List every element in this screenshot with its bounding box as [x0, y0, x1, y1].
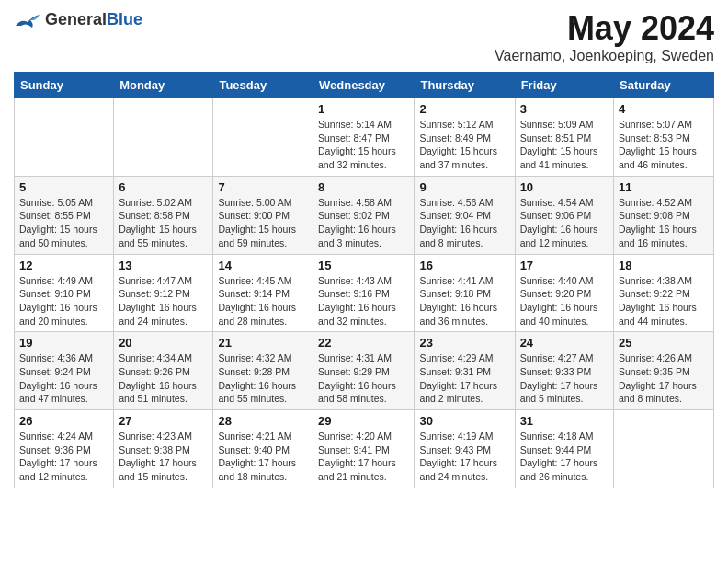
calendar-cell: 21Sunrise: 4:32 AM Sunset: 9:28 PM Dayli… — [213, 332, 313, 410]
day-info: Sunrise: 4:41 AM Sunset: 9:18 PM Dayligh… — [419, 274, 509, 328]
calendar-cell: 29Sunrise: 4:20 AM Sunset: 9:41 PM Dayli… — [313, 410, 415, 488]
day-info: Sunrise: 4:31 AM Sunset: 9:29 PM Dayligh… — [318, 351, 409, 406]
weekday-header-friday: Friday — [515, 73, 613, 98]
day-info: Sunrise: 4:32 AM Sunset: 9:28 PM Dayligh… — [218, 351, 308, 406]
day-number: 25 — [619, 336, 709, 350]
location-subtitle: Vaernamo, Joenkoeping, Sweden — [495, 48, 714, 64]
week-row-3: 12Sunrise: 4:49 AM Sunset: 9:10 PM Dayli… — [15, 254, 714, 332]
day-info: Sunrise: 4:29 AM Sunset: 9:31 PM Dayligh… — [419, 351, 509, 406]
calendar-cell: 7Sunrise: 5:00 AM Sunset: 9:00 PM Daylig… — [213, 176, 313, 254]
day-info: Sunrise: 5:09 AM Sunset: 8:51 PM Dayligh… — [520, 118, 609, 172]
day-number: 22 — [318, 336, 409, 350]
day-number: 10 — [520, 180, 609, 194]
weekday-header-sunday: Sunday — [15, 73, 114, 98]
calendar-cell: 3Sunrise: 5:09 AM Sunset: 8:51 PM Daylig… — [515, 98, 613, 177]
calendar-cell: 26Sunrise: 4:24 AM Sunset: 9:36 PM Dayli… — [15, 410, 114, 488]
day-number: 11 — [619, 180, 709, 194]
day-number: 20 — [119, 336, 208, 350]
week-row-5: 26Sunrise: 4:24 AM Sunset: 9:36 PM Dayli… — [15, 410, 714, 488]
calendar-cell: 18Sunrise: 4:38 AM Sunset: 9:22 PM Dayli… — [614, 254, 714, 332]
day-number: 24 — [520, 336, 609, 350]
day-number: 1 — [318, 102, 409, 116]
week-row-4: 19Sunrise: 4:36 AM Sunset: 9:24 PM Dayli… — [15, 332, 714, 410]
day-number: 30 — [419, 414, 509, 428]
day-info: Sunrise: 4:38 AM Sunset: 9:22 PM Dayligh… — [619, 274, 709, 328]
day-info: Sunrise: 4:21 AM Sunset: 9:40 PM Dayligh… — [218, 430, 308, 484]
day-info: Sunrise: 4:47 AM Sunset: 9:12 PM Dayligh… — [119, 274, 208, 328]
calendar-cell — [15, 98, 114, 177]
day-info: Sunrise: 4:52 AM Sunset: 9:08 PM Dayligh… — [619, 196, 709, 250]
day-number: 5 — [19, 180, 108, 194]
day-info: Sunrise: 4:45 AM Sunset: 9:14 PM Dayligh… — [218, 274, 308, 328]
day-info: Sunrise: 4:56 AM Sunset: 9:04 PM Dayligh… — [419, 196, 509, 250]
calendar-cell: 13Sunrise: 4:47 AM Sunset: 9:12 PM Dayli… — [114, 254, 213, 332]
calendar-cell: 20Sunrise: 4:34 AM Sunset: 9:26 PM Dayli… — [114, 332, 213, 410]
weekday-header-row: SundayMondayTuesdayWednesdayThursdayFrid… — [15, 73, 714, 98]
day-info: Sunrise: 4:54 AM Sunset: 9:06 PM Dayligh… — [520, 196, 609, 250]
calendar-cell: 1Sunrise: 5:14 AM Sunset: 8:47 PM Daylig… — [313, 98, 415, 177]
day-number: 19 — [19, 336, 108, 350]
calendar-cell: 25Sunrise: 4:26 AM Sunset: 9:35 PM Dayli… — [614, 332, 714, 410]
calendar-cell: 14Sunrise: 4:45 AM Sunset: 9:14 PM Dayli… — [213, 254, 313, 332]
weekday-header-wednesday: Wednesday — [313, 73, 415, 98]
calendar-cell: 31Sunrise: 4:18 AM Sunset: 9:44 PM Dayli… — [515, 410, 613, 488]
day-info: Sunrise: 4:20 AM Sunset: 9:41 PM Dayligh… — [318, 430, 409, 484]
day-info: Sunrise: 4:19 AM Sunset: 9:43 PM Dayligh… — [419, 430, 509, 484]
day-number: 27 — [119, 414, 208, 428]
day-number: 17 — [520, 259, 609, 272]
day-number: 6 — [119, 180, 208, 194]
weekday-header-tuesday: Tuesday — [213, 73, 313, 98]
day-number: 8 — [318, 180, 409, 194]
day-info: Sunrise: 4:58 AM Sunset: 9:02 PM Dayligh… — [318, 196, 409, 250]
day-number: 2 — [419, 102, 509, 116]
day-number: 16 — [419, 259, 509, 272]
calendar-cell — [614, 410, 714, 488]
day-number: 3 — [520, 102, 609, 116]
day-info: Sunrise: 5:07 AM Sunset: 8:53 PM Dayligh… — [619, 118, 709, 172]
day-info: Sunrise: 4:24 AM Sunset: 9:36 PM Dayligh… — [19, 430, 108, 484]
day-number: 12 — [19, 259, 108, 272]
weekday-header-saturday: Saturday — [614, 73, 714, 98]
day-info: Sunrise: 4:40 AM Sunset: 9:20 PM Dayligh… — [520, 274, 609, 328]
day-info: Sunrise: 5:12 AM Sunset: 8:49 PM Dayligh… — [419, 118, 509, 172]
calendar-cell: 9Sunrise: 4:56 AM Sunset: 9:04 PM Daylig… — [415, 176, 515, 254]
calendar-cell — [213, 98, 313, 177]
day-number: 18 — [619, 259, 709, 272]
day-info: Sunrise: 4:49 AM Sunset: 9:10 PM Dayligh… — [19, 274, 108, 328]
day-number: 14 — [218, 259, 308, 272]
day-number: 23 — [419, 336, 509, 350]
calendar-cell: 8Sunrise: 4:58 AM Sunset: 9:02 PM Daylig… — [313, 176, 415, 254]
calendar-cell: 19Sunrise: 4:36 AM Sunset: 9:24 PM Dayli… — [15, 332, 114, 410]
calendar-cell: 2Sunrise: 5:12 AM Sunset: 8:49 PM Daylig… — [415, 98, 515, 177]
calendar-cell: 16Sunrise: 4:41 AM Sunset: 9:18 PM Dayli… — [415, 254, 515, 332]
calendar-cell: 15Sunrise: 4:43 AM Sunset: 9:16 PM Dayli… — [313, 254, 415, 332]
day-number: 13 — [119, 259, 208, 272]
day-info: Sunrise: 4:26 AM Sunset: 9:35 PM Dayligh… — [619, 351, 709, 406]
day-number: 21 — [218, 336, 308, 350]
calendar-cell: 12Sunrise: 4:49 AM Sunset: 9:10 PM Dayli… — [15, 254, 114, 332]
logo: General Blue — [14, 9, 142, 31]
day-info: Sunrise: 4:36 AM Sunset: 9:24 PM Dayligh… — [19, 351, 108, 406]
day-number: 26 — [19, 414, 108, 428]
title-section: May 2024 Vaernamo, Joenkoeping, Sweden — [495, 9, 714, 64]
day-number: 9 — [419, 180, 509, 194]
day-number: 29 — [318, 414, 409, 428]
day-info: Sunrise: 4:27 AM Sunset: 9:33 PM Dayligh… — [520, 351, 609, 406]
logo-bird-icon — [14, 9, 41, 31]
calendar-table: SundayMondayTuesdayWednesdayThursdayFrid… — [14, 72, 714, 488]
calendar-cell: 27Sunrise: 4:23 AM Sunset: 9:38 PM Dayli… — [114, 410, 213, 488]
week-row-1: 1Sunrise: 5:14 AM Sunset: 8:47 PM Daylig… — [15, 98, 714, 177]
day-number: 31 — [520, 414, 609, 428]
header: General Blue May 2024 Vaernamo, Joenkoep… — [14, 9, 714, 64]
calendar-cell: 5Sunrise: 5:05 AM Sunset: 8:55 PM Daylig… — [15, 176, 114, 254]
logo-blue-text: Blue — [107, 11, 142, 29]
calendar-cell: 11Sunrise: 4:52 AM Sunset: 9:08 PM Dayli… — [614, 176, 714, 254]
weekday-header-thursday: Thursday — [415, 73, 515, 98]
calendar-cell: 4Sunrise: 5:07 AM Sunset: 8:53 PM Daylig… — [614, 98, 714, 177]
calendar-cell: 23Sunrise: 4:29 AM Sunset: 9:31 PM Dayli… — [415, 332, 515, 410]
day-number: 7 — [218, 180, 308, 194]
calendar-cell — [114, 98, 213, 177]
weekday-header-monday: Monday — [114, 73, 213, 98]
day-number: 4 — [619, 102, 709, 116]
day-info: Sunrise: 5:02 AM Sunset: 8:58 PM Dayligh… — [119, 196, 208, 250]
